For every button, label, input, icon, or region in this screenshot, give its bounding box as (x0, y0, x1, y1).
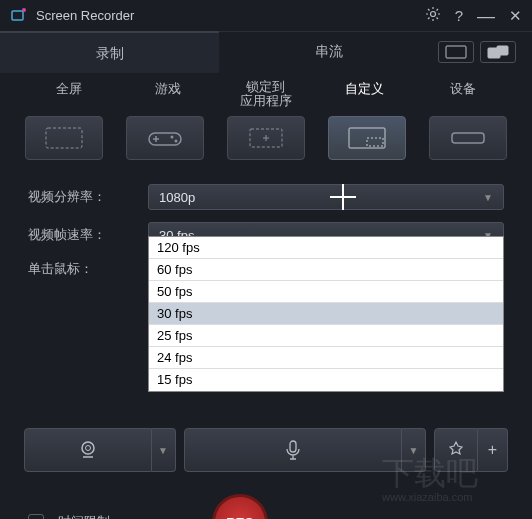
plus-icon: + (488, 441, 497, 459)
svg-point-2 (430, 12, 435, 17)
svg-rect-6 (46, 128, 82, 148)
fps-option[interactable]: 30 fps (149, 303, 503, 325)
mode-btn-custom[interactable] (328, 116, 406, 160)
svg-rect-12 (367, 138, 383, 146)
titlebar-title: Screen Recorder (36, 8, 425, 23)
svg-point-1 (22, 8, 26, 12)
svg-rect-13 (452, 133, 484, 143)
mode-label-custom: 自定义 (334, 80, 394, 108)
settings-panel: 视频分辨率： 1080p ▼ 视频帧速率： 30 fps ▼ 单击鼠标： 120… (0, 174, 532, 300)
framerate-dropdown: 120 fps 60 fps 50 fps 30 fps 25 fps 24 f… (148, 236, 504, 392)
fps-option[interactable]: 120 fps (149, 237, 503, 259)
mode-btn-game[interactable] (126, 116, 204, 160)
display-mode-single-icon[interactable] (438, 41, 474, 63)
webcam-button[interactable] (24, 428, 152, 472)
titlebar: Screen Recorder ? — ✕ (0, 0, 532, 32)
mode-btn-fullscreen[interactable] (25, 116, 103, 160)
mode-label-fullscreen: 全屏 (39, 80, 99, 108)
display-mode-dual-icon[interactable] (480, 41, 516, 63)
mode-btn-device[interactable] (429, 116, 507, 160)
svg-point-15 (85, 446, 90, 451)
app-logo-icon (10, 7, 28, 25)
mode-buttons (0, 112, 532, 174)
mode-labels: 全屏 游戏 锁定到应用程序 自定义 设备 (0, 72, 532, 112)
settings-gear-icon[interactable] (425, 6, 441, 25)
effects-button[interactable] (434, 428, 478, 472)
microphone-button[interactable] (184, 428, 402, 472)
top-tabs: 录制 串流 (0, 32, 532, 72)
svg-point-9 (175, 140, 178, 143)
bottom-controls: ▼ ▼ + (0, 420, 532, 480)
add-button[interactable]: + (478, 428, 508, 472)
mode-label-device: 设备 (433, 80, 493, 108)
time-limit-label: 时间限制 (58, 513, 110, 519)
svg-rect-0 (12, 11, 23, 20)
svg-rect-5 (497, 46, 508, 55)
footer: 时间限制 REC (0, 480, 532, 519)
svg-rect-16 (290, 441, 296, 452)
resolution-value: 1080p (159, 190, 483, 205)
framerate-label: 视频帧速率： (28, 226, 148, 244)
resolution-select[interactable]: 1080p ▼ (148, 184, 504, 210)
tab-record[interactable]: 录制 (0, 31, 219, 73)
mode-label-game: 游戏 (138, 80, 198, 108)
fps-option[interactable]: 15 fps (149, 369, 503, 391)
svg-point-14 (82, 442, 94, 454)
svg-point-8 (171, 136, 174, 139)
minimize-icon[interactable]: — (477, 12, 495, 20)
fps-option[interactable]: 60 fps (149, 259, 503, 281)
time-limit-checkbox[interactable] (28, 514, 44, 519)
mode-btn-app[interactable] (227, 116, 305, 160)
fps-option[interactable]: 50 fps (149, 281, 503, 303)
svg-rect-3 (446, 46, 466, 58)
help-icon[interactable]: ? (455, 7, 463, 24)
close-icon[interactable]: ✕ (509, 7, 522, 25)
tab-stream[interactable]: 串流 (219, 31, 438, 73)
fps-option[interactable]: 24 fps (149, 347, 503, 369)
webcam-dropdown[interactable]: ▼ (152, 428, 176, 472)
microphone-dropdown[interactable]: ▼ (402, 428, 426, 472)
chevron-down-icon: ▼ (483, 192, 493, 203)
mouse-click-label: 单击鼠标： (28, 260, 148, 278)
record-button[interactable]: REC (212, 494, 268, 519)
mode-label-app: 锁定到应用程序 (236, 80, 296, 108)
resolution-label: 视频分辨率： (28, 188, 148, 206)
fps-option[interactable]: 25 fps (149, 325, 503, 347)
